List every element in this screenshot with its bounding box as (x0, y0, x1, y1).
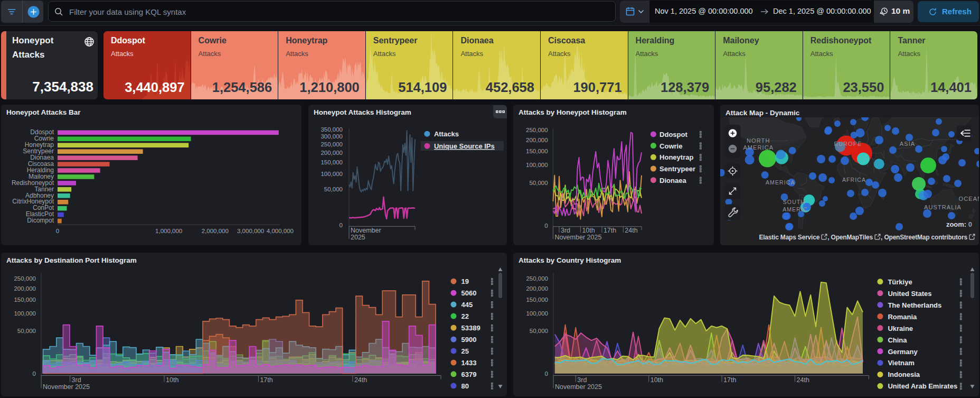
svg-text:250,000: 250,000 (321, 141, 343, 147)
svg-text:Romania: Romania (888, 313, 917, 321)
svg-text:1433: 1433 (461, 359, 477, 367)
svg-text:NORTH: NORTH (747, 137, 770, 144)
svg-text:Unique Source IPs: Unique Source IPs (434, 142, 495, 150)
svg-text:100,000: 100,000 (526, 162, 548, 168)
svg-text:AFRICA: AFRICA (842, 177, 866, 183)
svg-text:250,000: 250,000 (526, 275, 548, 282)
svg-text:200,000: 200,000 (526, 137, 548, 143)
svg-text:17th: 17th (723, 376, 736, 384)
svg-text:0: 0 (544, 223, 548, 229)
svg-text:Attacks: Attacks (434, 130, 459, 138)
svg-text:November: November (351, 227, 381, 234)
svg-text:AUSTRALIA: AUSTRALIA (924, 204, 962, 210)
svg-text:Dicompot: Dicompot (27, 217, 54, 224)
svg-text:Indonesia: Indonesia (888, 371, 920, 378)
svg-text:Dionaea: Dionaea (659, 177, 686, 184)
svg-text:3rd: 3rd (72, 376, 81, 384)
svg-text:150,000: 150,000 (321, 159, 343, 165)
svg-text:350,000: 350,000 (321, 126, 343, 133)
svg-text:100,000: 100,000 (526, 310, 548, 317)
svg-text:Vietnam: Vietnam (888, 359, 914, 367)
svg-text:53389: 53389 (461, 324, 480, 332)
svg-text:Ukraine: Ukraine (888, 325, 913, 332)
svg-text:10th: 10th (651, 376, 663, 384)
svg-text:150,000: 150,000 (526, 148, 548, 154)
svg-text:6379: 6379 (461, 371, 477, 378)
svg-text:24th: 24th (797, 376, 809, 384)
svg-text:5900: 5900 (461, 336, 477, 344)
svg-text:50,000: 50,000 (529, 180, 548, 186)
svg-text:24th: 24th (625, 227, 637, 234)
svg-text:0: 0 (340, 222, 343, 228)
svg-text:22: 22 (461, 312, 469, 320)
svg-text:300,000: 300,000 (321, 133, 343, 140)
svg-text:17th: 17th (260, 376, 272, 384)
svg-text:10th: 10th (582, 227, 595, 234)
svg-text:250,000: 250,000 (14, 275, 36, 282)
svg-text:OCEANI: OCEANI (959, 196, 979, 202)
svg-text:4,000,000: 4,000,000 (267, 228, 294, 234)
svg-text:ASIA: ASIA (900, 141, 915, 147)
svg-text:AMERICA: AMERICA (743, 144, 774, 151)
svg-text:200,000: 200,000 (14, 285, 36, 292)
svg-text:Cowrie: Cowrie (659, 142, 682, 150)
svg-text:AMERICA: AMERICA (766, 179, 795, 186)
svg-text:3rd: 3rd (577, 376, 587, 384)
svg-text:50,000: 50,000 (530, 328, 548, 334)
svg-text:200,000: 200,000 (321, 150, 343, 156)
svg-text:150,000: 150,000 (526, 297, 548, 303)
svg-text:AMERIC: AMERIC (783, 206, 807, 212)
svg-text:The Netherlands: The Netherlands (888, 301, 941, 309)
svg-text:3,000,000: 3,000,000 (237, 228, 264, 234)
svg-text:0: 0 (545, 371, 548, 377)
svg-text:2025: 2025 (351, 234, 365, 241)
svg-text:17th: 17th (604, 227, 616, 234)
svg-text:Sentrypeer: Sentrypeer (659, 165, 695, 173)
svg-text:Germany: Germany (888, 348, 918, 356)
svg-text:3rd: 3rd (561, 227, 570, 234)
svg-text:EUROPE: EUROPE (834, 141, 862, 147)
svg-text:150,000: 150,000 (14, 297, 36, 303)
svg-text:United States: United States (888, 290, 931, 298)
svg-text:0: 0 (33, 371, 36, 377)
svg-text:November 2025: November 2025 (555, 383, 602, 391)
svg-text:November 2025: November 2025 (43, 383, 90, 391)
svg-text:445: 445 (461, 301, 473, 309)
svg-text:200,000: 200,000 (526, 285, 548, 292)
svg-text:50,000: 50,000 (324, 186, 343, 192)
svg-text:Ddospot: Ddospot (659, 131, 687, 138)
svg-text:100,000: 100,000 (321, 171, 343, 177)
svg-text:zoom: 0: zoom: 0 (946, 220, 972, 228)
svg-text:50,000: 50,000 (17, 328, 36, 334)
svg-text:100,000: 100,000 (14, 310, 36, 317)
svg-text:24th: 24th (354, 376, 367, 384)
svg-text:China: China (888, 336, 907, 344)
svg-text:2,000,000: 2,000,000 (202, 228, 229, 234)
svg-text:19: 19 (461, 277, 469, 285)
svg-text:25: 25 (461, 347, 469, 355)
svg-text:5060: 5060 (461, 289, 477, 297)
svg-text:Honeytrap: Honeytrap (659, 153, 693, 161)
svg-text:United Arab Emirates: United Arab Emirates (888, 382, 957, 390)
svg-text:0: 0 (56, 228, 59, 234)
svg-text:250,000: 250,000 (526, 127, 548, 133)
svg-text:November 2025: November 2025 (554, 234, 601, 241)
svg-text:10th: 10th (166, 376, 178, 384)
svg-text:Türkiye: Türkiye (888, 278, 912, 286)
svg-text:80: 80 (461, 382, 469, 390)
svg-text:1,000,000: 1,000,000 (155, 228, 182, 234)
svg-text:SOUTH: SOUTH (783, 199, 805, 205)
